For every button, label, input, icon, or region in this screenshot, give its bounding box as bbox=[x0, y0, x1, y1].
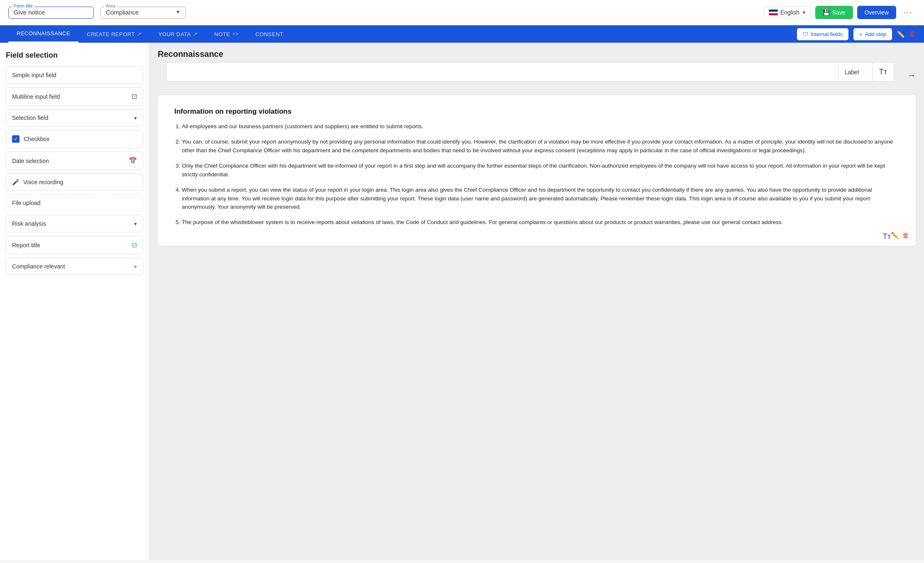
content-heading: Information on reporting violations bbox=[174, 107, 899, 116]
card-bottom-actions: ✏️ 🗑 bbox=[891, 232, 909, 239]
area-label: Area bbox=[104, 3, 117, 8]
field-selection-title: Field selection bbox=[6, 51, 143, 60]
tab-note-label: NOTE bbox=[214, 31, 230, 37]
field-item-multiline-input[interactable]: Multiline input field ⊡ bbox=[6, 87, 143, 106]
more-options-button[interactable]: ··· bbox=[900, 7, 916, 19]
add-step-label: Add step bbox=[865, 31, 886, 37]
checkbox-field-name: ✓ Checkbox bbox=[12, 135, 49, 143]
risk-analysis-chevron-icon: ▾ bbox=[134, 221, 137, 227]
simple-input-label: Simple input field bbox=[12, 72, 56, 78]
tab-consent-label: CONSENT bbox=[255, 31, 283, 37]
shield-icon: 🛡 bbox=[803, 31, 808, 37]
external-link-icon-2: ↗ bbox=[193, 31, 198, 37]
trash-icon: 🗑 bbox=[909, 30, 916, 37]
plus-icon: + bbox=[859, 31, 863, 37]
tab-reconnaissance-label: RECONNAISSANCE bbox=[17, 30, 70, 37]
expand-icon: ⊡ bbox=[132, 93, 137, 100]
left-panel: Field selection Simple input field Multi… bbox=[0, 43, 149, 560]
internal-fields-button[interactable]: 🛡 Internal fields bbox=[797, 28, 849, 41]
float-card-placeholder[interactable] bbox=[166, 66, 839, 78]
tab-create-report-label: CREATE REPORT bbox=[87, 31, 135, 37]
mic-icon: 🎤 bbox=[12, 179, 19, 185]
area-chevron-icon[interactable]: ▼ bbox=[176, 9, 181, 15]
language-selector[interactable]: English ▼ bbox=[764, 7, 811, 18]
right-panel: Reconnaissance Label Tт → Information on… bbox=[149, 43, 924, 560]
float-input-card: Label Tт bbox=[166, 62, 894, 82]
field-item-report-title[interactable]: Report title ⊟ bbox=[6, 236, 143, 254]
compliance-relevant-label: Compliance relevant bbox=[12, 263, 65, 270]
date-selection-label: Date selection bbox=[12, 158, 49, 164]
report-title-label: Report title bbox=[12, 242, 40, 249]
risk-analysis-label: Risk analysis bbox=[12, 220, 46, 227]
language-chevron-icon: ▼ bbox=[802, 10, 807, 15]
tab-consent[interactable]: CONSENT bbox=[247, 25, 291, 43]
checkbox-checked-icon: ✓ bbox=[12, 135, 20, 143]
external-link-icon: ↗ bbox=[137, 31, 142, 37]
nav-right: 🛡 Internal fields + Add step ✏️ 🗑 bbox=[797, 28, 916, 41]
overview-button[interactable]: Overview bbox=[857, 6, 896, 19]
save-button[interactable]: 💾 Save bbox=[815, 6, 853, 19]
internal-fields-label: Internal fields bbox=[811, 31, 843, 37]
field-item-risk-analysis[interactable]: Risk analysis ▾ bbox=[6, 215, 143, 232]
nav-bar: RECONNAISSANCE CREATE REPORT ↗ YOUR DATA… bbox=[0, 25, 924, 43]
file-upload-label: File upload bbox=[12, 200, 41, 206]
save-disk-icon: 💾 bbox=[823, 9, 830, 16]
voice-recording-label: Voice recording bbox=[23, 179, 64, 185]
list-item: When you submit a report, you can view t… bbox=[182, 186, 899, 212]
field-item-voice-recording[interactable]: 🎤 Voice recording bbox=[6, 173, 143, 191]
area-select-value: Compliance bbox=[106, 9, 172, 16]
edit-content-button[interactable]: ✏️ bbox=[891, 232, 899, 239]
flag-icon bbox=[769, 10, 778, 15]
nav-tabs: RECONNAISSANCE CREATE REPORT ↗ YOUR DATA… bbox=[8, 25, 292, 43]
list-item: All employees and our business partners … bbox=[182, 122, 899, 131]
tab-your-data[interactable]: YOUR DATA ↗ bbox=[150, 25, 206, 43]
more-icon: ··· bbox=[904, 8, 912, 17]
delete-content-button[interactable]: 🗑 bbox=[902, 232, 909, 239]
tab-reconnaissance[interactable]: RECONNAISSANCE bbox=[8, 25, 78, 43]
area-field-group: Area Compliance ▼ bbox=[100, 7, 186, 19]
main-content: Field selection Simple input field Multi… bbox=[0, 43, 924, 560]
field-item-compliance-relevant[interactable]: Compliance relevant ▾ bbox=[6, 258, 143, 275]
calendar-icon: 📅 bbox=[129, 157, 137, 165]
code-icon: <> bbox=[232, 31, 239, 37]
text-size-icon: Tт bbox=[883, 232, 891, 241]
field-item-file-upload[interactable]: File upload bbox=[6, 194, 143, 212]
overview-label: Overview bbox=[865, 9, 889, 16]
edit-step-button[interactable]: ✏️ bbox=[897, 30, 905, 38]
delete-step-button[interactable]: 🗑 bbox=[909, 30, 916, 38]
checkbox-label: Checkbox bbox=[24, 136, 49, 142]
list-item: You can, of course, submit your report a… bbox=[182, 138, 899, 155]
selection-field-label: Selection field bbox=[12, 115, 48, 121]
text-format-icon: Tт bbox=[872, 63, 894, 81]
tab-note[interactable]: NOTE <> bbox=[206, 25, 247, 43]
compliance-relevant-chevron-icon: ▾ bbox=[134, 263, 137, 270]
tab-create-report[interactable]: CREATE REPORT ↗ bbox=[78, 25, 150, 43]
right-panel-title: Reconnaissance bbox=[149, 43, 924, 62]
pencil-icon: ✏️ bbox=[897, 31, 905, 38]
multiline-input-label: Multiline input field bbox=[12, 93, 60, 100]
field-item-selection-field[interactable]: Selection field ▾ bbox=[6, 109, 143, 127]
language-label: English bbox=[780, 9, 799, 16]
field-item-simple-input[interactable]: Simple input field bbox=[6, 66, 143, 84]
arrow-right-indicator: → bbox=[902, 71, 916, 80]
form-title-label: Form title bbox=[12, 3, 34, 8]
list-item: Only the Chief Compliance Officer with h… bbox=[182, 162, 899, 179]
save-label: Save bbox=[832, 9, 846, 16]
field-item-date-selection[interactable]: Date selection 📅 bbox=[6, 151, 143, 170]
selection-field-chevron-icon: ▾ bbox=[134, 115, 137, 121]
app-header: Form title Area Compliance ▼ English ▼ 💾… bbox=[0, 0, 924, 25]
float-card-label: Label bbox=[839, 64, 872, 80]
list-item: The purpose of the whistleblower system … bbox=[182, 218, 899, 227]
add-step-button[interactable]: + Add step bbox=[853, 28, 892, 41]
header-right: English ▼ 💾 Save Overview ··· bbox=[764, 6, 916, 19]
voice-recording-field-name: 🎤 Voice recording bbox=[12, 179, 64, 185]
content-list: All employees and our business partners … bbox=[174, 122, 899, 227]
tab-your-data-label: YOUR DATA bbox=[158, 31, 191, 37]
form-title-input[interactable] bbox=[14, 9, 88, 16]
field-item-checkbox[interactable]: ✓ Checkbox bbox=[6, 130, 143, 148]
form-title-group: Form title bbox=[8, 7, 94, 19]
card-icon: ⊟ bbox=[132, 241, 137, 249]
content-card: Information on reporting violations All … bbox=[158, 95, 916, 246]
